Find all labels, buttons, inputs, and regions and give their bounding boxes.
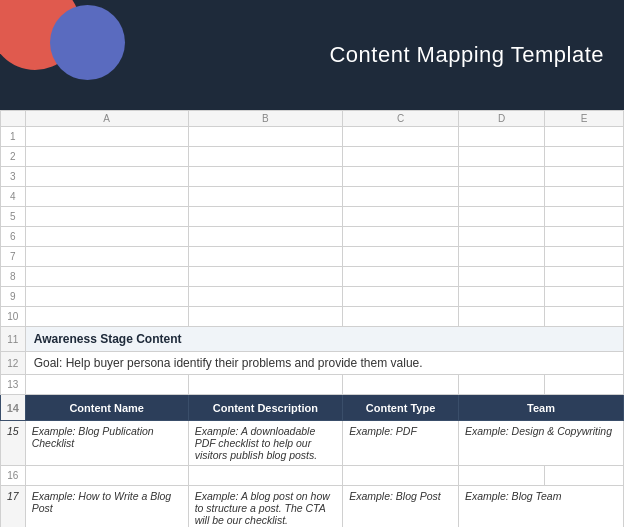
awareness-stage-label: Awareness Stage Content — [25, 327, 623, 352]
table-row: 5 — [1, 207, 624, 227]
table-row: 16 — [1, 466, 624, 486]
example2-name: Example: How to Write a Blog Post — [25, 486, 188, 528]
awareness-goal-row: 12 Goal: Help buyer persona identify the… — [1, 352, 624, 375]
awareness-column-headers: 14 Content Name Content Description Cont… — [1, 395, 624, 421]
col-header-e: E — [545, 111, 624, 127]
col-header-a: A — [25, 111, 188, 127]
col-content-type-header: Content Type — [343, 395, 459, 421]
awareness-example-row-2: 17 Example: How to Write a Blog Post Exa… — [1, 486, 624, 528]
table-row: 10 — [1, 307, 624, 327]
col-header-c: C — [343, 111, 459, 127]
spreadsheet-table: A B C D E 1 2 3 4 5 6 7 8 9 10 11 Awaren… — [0, 110, 624, 527]
awareness-goal-label: Goal: Help buyer persona identify their … — [25, 352, 623, 375]
table-row: 3 — [1, 167, 624, 187]
col-content-name-header: Content Name — [25, 395, 188, 421]
spreadsheet-header: Content Mapping Template — [0, 0, 624, 110]
table-row: 13 — [1, 375, 624, 395]
awareness-example-row-1: 15 Example: Blog Publication Checklist E… — [1, 421, 624, 466]
example2-type: Example: Blog Post — [343, 486, 459, 528]
table-row: 9 — [1, 287, 624, 307]
page-title: Content Mapping Template — [329, 42, 604, 68]
awareness-stage-row: 11 Awareness Stage Content — [1, 327, 624, 352]
example1-type: Example: PDF — [343, 421, 459, 466]
decorative-circle-blue — [50, 5, 125, 80]
col-content-desc-header: Content Description — [188, 395, 343, 421]
example1-name: Example: Blog Publication Checklist — [25, 421, 188, 466]
table-row: 4 — [1, 187, 624, 207]
col-header-b: B — [188, 111, 343, 127]
row-num-header — [1, 111, 26, 127]
table-row: 6 — [1, 227, 624, 247]
col-header-d: D — [458, 111, 544, 127]
table-row: 2 — [1, 147, 624, 167]
table-row: 1 — [1, 127, 624, 147]
example1-team: Example: Design & Copywriting — [458, 421, 623, 466]
col-team-header: Team — [458, 395, 623, 421]
example2-desc: Example: A blog post on how to structure… — [188, 486, 343, 528]
example2-team: Example: Blog Team — [458, 486, 623, 528]
table-row: 8 — [1, 267, 624, 287]
example1-desc: Example: A downloadable PDF checklist to… — [188, 421, 343, 466]
table-row: 7 — [1, 247, 624, 267]
